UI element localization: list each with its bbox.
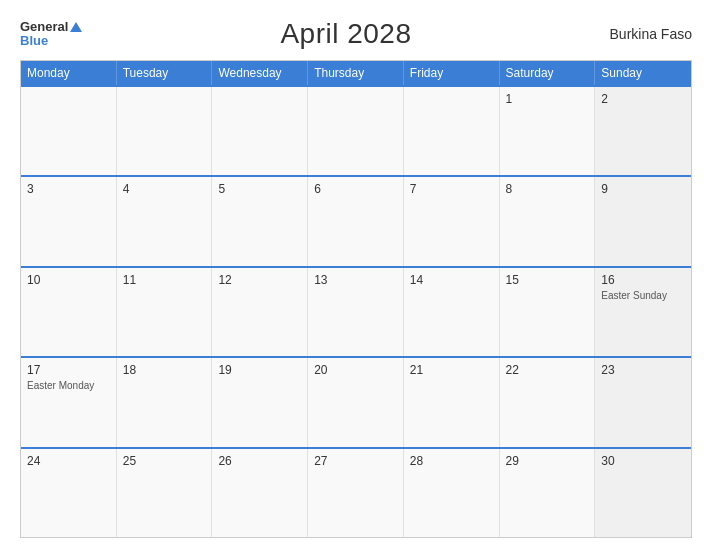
table-row xyxy=(117,87,213,175)
calendar-header-row: Monday Tuesday Wednesday Thursday Friday… xyxy=(21,61,691,85)
table-row: 7 xyxy=(404,177,500,265)
table-row: 11 xyxy=(117,268,213,356)
table-row: 8 xyxy=(500,177,596,265)
table-row: 29 xyxy=(500,449,596,537)
logo-general-text: General xyxy=(20,20,68,34)
calendar-page: General Blue April 2028 Burkina Faso Mon… xyxy=(0,0,712,550)
table-row: 12 xyxy=(212,268,308,356)
cal-week-1: 1 2 xyxy=(21,85,691,175)
table-row: 2 xyxy=(595,87,691,175)
table-row: 14 xyxy=(404,268,500,356)
header-monday: Monday xyxy=(21,61,117,85)
table-row: 28 xyxy=(404,449,500,537)
table-row xyxy=(212,87,308,175)
table-row: 17 Easter Monday xyxy=(21,358,117,446)
table-row: 21 xyxy=(404,358,500,446)
table-row: 3 xyxy=(21,177,117,265)
table-row: 27 xyxy=(308,449,404,537)
table-row: 4 xyxy=(117,177,213,265)
table-row: 20 xyxy=(308,358,404,446)
country-label: Burkina Faso xyxy=(610,26,692,42)
table-row: 15 xyxy=(500,268,596,356)
calendar-body: 1 2 3 4 5 6 7 8 9 10 11 12 13 14 15 xyxy=(21,85,691,537)
cal-week-5: 24 25 26 27 28 29 30 xyxy=(21,447,691,537)
table-row: 10 xyxy=(21,268,117,356)
table-row: 13 xyxy=(308,268,404,356)
table-row: 5 xyxy=(212,177,308,265)
table-row: 23 xyxy=(595,358,691,446)
table-row: 24 xyxy=(21,449,117,537)
table-row xyxy=(308,87,404,175)
page-header: General Blue April 2028 Burkina Faso xyxy=(20,18,692,50)
table-row: 30 xyxy=(595,449,691,537)
cal-week-4: 17 Easter Monday 18 19 20 21 22 23 xyxy=(21,356,691,446)
calendar-title: April 2028 xyxy=(280,18,411,50)
header-wednesday: Wednesday xyxy=(212,61,308,85)
header-saturday: Saturday xyxy=(500,61,596,85)
table-row: 16 Easter Sunday xyxy=(595,268,691,356)
table-row: 6 xyxy=(308,177,404,265)
cal-week-2: 3 4 5 6 7 8 9 xyxy=(21,175,691,265)
header-tuesday: Tuesday xyxy=(117,61,213,85)
header-sunday: Sunday xyxy=(595,61,691,85)
table-row: 25 xyxy=(117,449,213,537)
table-row: 19 xyxy=(212,358,308,446)
table-row xyxy=(21,87,117,175)
logo-blue-text: Blue xyxy=(20,34,82,48)
table-row: 18 xyxy=(117,358,213,446)
header-friday: Friday xyxy=(404,61,500,85)
table-row xyxy=(404,87,500,175)
cal-week-3: 10 11 12 13 14 15 16 Easter Sunday xyxy=(21,266,691,356)
calendar-grid: Monday Tuesday Wednesday Thursday Friday… xyxy=(20,60,692,538)
logo-triangle-icon xyxy=(70,22,82,32)
table-row: 9 xyxy=(595,177,691,265)
table-row: 26 xyxy=(212,449,308,537)
logo: General Blue xyxy=(20,20,82,49)
table-row: 22 xyxy=(500,358,596,446)
header-thursday: Thursday xyxy=(308,61,404,85)
table-row: 1 xyxy=(500,87,596,175)
